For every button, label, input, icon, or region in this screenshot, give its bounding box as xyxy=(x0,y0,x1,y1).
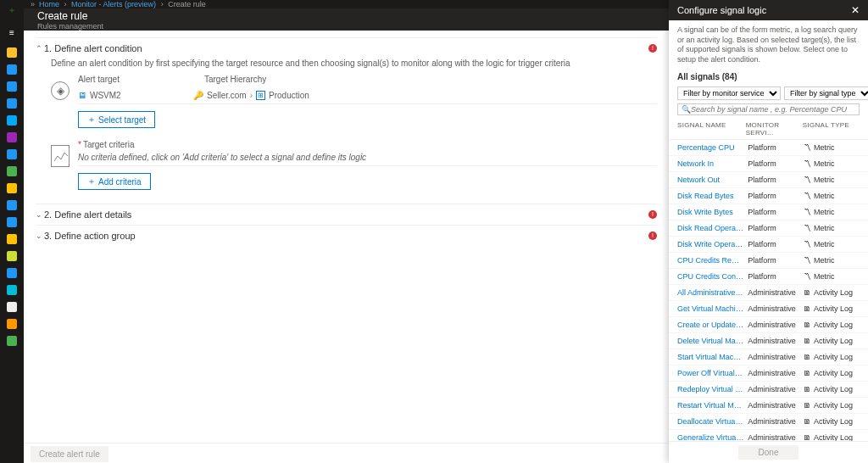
signal-service: Administrative xyxy=(748,353,804,361)
signal-service: Administrative xyxy=(748,288,804,297)
rail-item-2[interactable] xyxy=(7,81,17,92)
signal-type: 🗎Activity Log xyxy=(804,304,860,313)
signal-service: Administrative xyxy=(748,401,804,410)
metric-icon: 〽 xyxy=(804,143,811,152)
filter-monitor-service[interactable]: Filter by monitor service xyxy=(677,86,781,100)
signal-type: 〽Metric xyxy=(804,208,860,216)
required-icon: ! xyxy=(648,44,657,53)
signal-row[interactable]: Redeploy Virtual Machi...Administrative🗎… xyxy=(669,382,868,398)
signal-name: Redeploy Virtual Machi... xyxy=(677,385,748,393)
signal-type: 〽Metric xyxy=(804,256,860,265)
hier-subscription: Seller.com xyxy=(207,91,247,100)
select-target-button[interactable]: ＋ Select target xyxy=(78,111,155,128)
rail-item-9[interactable] xyxy=(7,200,17,210)
rail-item-16[interactable] xyxy=(7,319,17,329)
signal-row[interactable]: Deallocate Virtual Mach...Administrative… xyxy=(669,414,868,430)
rail-item-6[interactable] xyxy=(7,149,17,159)
rail-item-7[interactable] xyxy=(7,166,17,176)
signal-type: 〽Metric xyxy=(804,159,860,168)
metric-icon: 〽 xyxy=(804,208,811,216)
rail-item-11[interactable] xyxy=(7,234,17,244)
signal-row[interactable]: Generalize Virtual Machi...Administrativ… xyxy=(669,430,868,441)
signal-row[interactable]: Delete Virtual Machine (...Administrativ… xyxy=(669,333,868,349)
rail-item-0[interactable] xyxy=(7,47,17,58)
rail-item-15[interactable] xyxy=(7,302,17,312)
rail-item-4[interactable] xyxy=(7,115,17,126)
step-3-header[interactable]: ⌄ 3. Define action group ! xyxy=(36,231,657,241)
signal-row[interactable]: Percentage CPUPlatform〽Metric xyxy=(669,140,868,156)
signal-service: Administrative xyxy=(748,369,804,377)
signal-row[interactable]: Network OutPlatform〽Metric xyxy=(669,172,868,188)
rail-item-8[interactable] xyxy=(7,183,17,193)
signal-name: Network Out xyxy=(677,176,748,184)
signal-service: Platform xyxy=(748,159,804,168)
rail-item-10[interactable] xyxy=(7,217,17,227)
signal-row[interactable]: Restart Virtual Machine ...Administrativ… xyxy=(669,398,868,414)
signal-row[interactable]: Power Off Virtual Machi...Administrative… xyxy=(669,365,868,382)
create-alert-rule-button[interactable]: Create alert rule xyxy=(31,446,108,462)
signal-row[interactable]: Create or Update Virtual...Administrativ… xyxy=(669,317,868,333)
signal-type: 🗎Activity Log xyxy=(804,433,860,441)
search-box[interactable]: 🔍 xyxy=(677,103,860,115)
col-signal-name[interactable]: SIGNAL NAME xyxy=(677,121,746,137)
rail-list-icon[interactable]: ≡ xyxy=(5,25,19,39)
breadcrumb-home[interactable]: Home xyxy=(39,0,59,8)
step-1-header[interactable]: ⌃ 1. Define alert condition ! xyxy=(36,43,657,53)
breadcrumb-monitor[interactable]: Monitor - Alerts (preview) xyxy=(71,0,156,8)
search-input[interactable] xyxy=(691,105,855,114)
rail-item-17[interactable] xyxy=(7,336,17,346)
signal-type: 🗎Activity Log xyxy=(804,385,860,393)
criteria-empty-msg: No criteria defined, click on 'Add crite… xyxy=(78,149,657,166)
hier-resourcegroup: Production xyxy=(269,91,309,100)
signal-row[interactable]: Disk Write BytesPlatform〽Metric xyxy=(669,204,868,220)
signal-service: Platform xyxy=(748,224,804,232)
rail-item-13[interactable] xyxy=(7,268,17,278)
signal-name: Disk Write Bytes xyxy=(677,208,748,216)
signal-row[interactable]: Disk Read BytesPlatform〽Metric xyxy=(669,188,868,204)
signal-name: Get Virtual Machine (vir... xyxy=(677,304,748,313)
signal-name: Deallocate Virtual Mach... xyxy=(677,417,748,426)
signal-row[interactable]: CPU Credits ConsumedPlatform〽Metric xyxy=(669,269,868,285)
metric-icon: 〽 xyxy=(804,240,811,248)
main-content: ⌃ 1. Define alert condition ! Define an … xyxy=(24,31,669,443)
signal-row[interactable]: Get Virtual Machine (vir...Administrativ… xyxy=(669,301,868,317)
add-criteria-button[interactable]: ＋ Add criteria xyxy=(78,173,151,190)
page-title: Create rule xyxy=(37,10,655,22)
chevron-right-icon: › xyxy=(250,91,253,100)
signal-service: Platform xyxy=(748,143,804,152)
signal-row[interactable]: CPU Credits RemainingPlatform〽Metric xyxy=(669,253,868,269)
metric-icon: 〽 xyxy=(804,176,811,184)
done-button[interactable]: Done xyxy=(738,445,799,460)
signal-type: 〽Metric xyxy=(804,176,860,184)
signal-type: 🗎Activity Log xyxy=(804,288,860,297)
signal-name: Power Off Virtual Machi... xyxy=(677,369,748,377)
col-signal-type[interactable]: SIGNAL TYPE xyxy=(803,121,860,137)
signal-name: Restart Virtual Machine ... xyxy=(677,401,748,410)
required-asterisk: * xyxy=(78,140,81,149)
rail-item-1[interactable] xyxy=(7,64,17,75)
signal-table-body: Percentage CPUPlatform〽MetricNetwork InP… xyxy=(669,140,868,441)
rail-item-5[interactable] xyxy=(7,132,17,142)
add-criteria-label: Add criteria xyxy=(98,177,142,187)
rail-item-12[interactable] xyxy=(7,251,17,261)
filter-signal-type[interactable]: Filter by signal type xyxy=(784,86,868,100)
col-monitor-service[interactable]: MONITOR SERVI... xyxy=(746,121,803,137)
key-icon: 🔑 xyxy=(193,91,203,100)
blade-header: Create rule Rules management xyxy=(24,8,669,31)
rail-plus-icon[interactable]: ＋ xyxy=(5,3,19,17)
signal-service: Platform xyxy=(748,208,804,216)
rail-item-3[interactable] xyxy=(7,98,17,109)
rail-item-14[interactable] xyxy=(7,285,17,295)
signal-row[interactable]: All Administrative opera...Administrativ… xyxy=(669,285,868,301)
activity-log-icon: 🗎 xyxy=(804,369,811,377)
signal-type: 〽Metric xyxy=(804,240,860,248)
signal-type: 🗎Activity Log xyxy=(804,321,860,329)
step-2-header[interactable]: ⌄ 2. Define alert details ! xyxy=(36,209,657,220)
close-icon[interactable]: ✕ xyxy=(851,4,860,16)
signal-name: CPU Credits Remaining xyxy=(677,256,748,265)
signal-row[interactable]: Start Virtual Machine (vi...Administrati… xyxy=(669,349,868,365)
signal-row[interactable]: Disk Write Operations/S...Platform〽Metri… xyxy=(669,237,868,253)
signal-name: Start Virtual Machine (vi... xyxy=(677,353,748,361)
signal-row[interactable]: Disk Read Operations/SecPlatform〽Metric xyxy=(669,220,868,237)
signal-row[interactable]: Network InPlatform〽Metric xyxy=(669,156,868,172)
